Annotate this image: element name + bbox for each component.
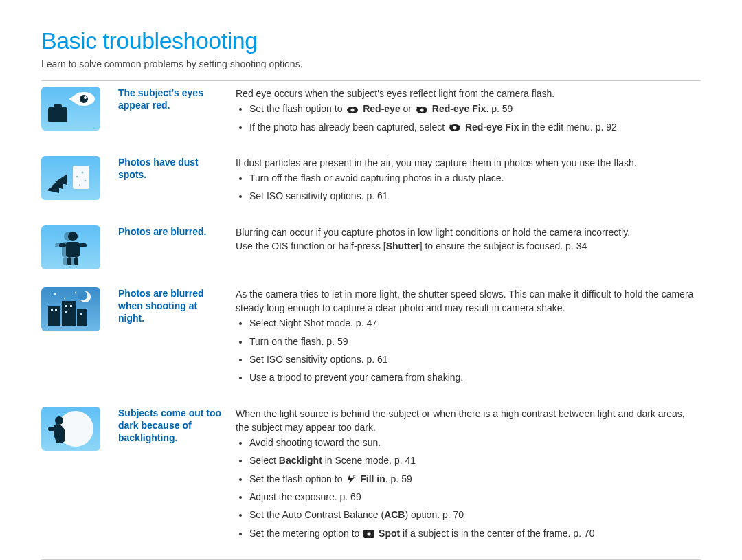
svg-rect-31	[74, 257, 78, 265]
svg-point-51	[368, 532, 371, 535]
svg-rect-27	[66, 242, 80, 257]
bullet: Set the flash option to Red-eye or Red-e…	[249, 102, 701, 115]
svg-rect-24	[63, 257, 67, 265]
svg-point-9	[420, 108, 423, 111]
bullet: Turn on the flash. p. 59	[249, 335, 701, 348]
svg-text:F: F	[353, 475, 356, 479]
svg-rect-37	[48, 306, 60, 326]
svg-point-36	[75, 292, 76, 293]
eye-fix-icon	[416, 106, 428, 114]
lead-text: Blurring can occur if you capture photos…	[236, 225, 701, 254]
svg-rect-15	[73, 166, 89, 189]
svg-point-5	[84, 96, 87, 99]
lead-text: Red eye occurs when the subject's eyes r…	[236, 87, 701, 100]
svg-rect-30	[67, 257, 71, 265]
table-row: The subject's eyes appear red. Red eye o…	[41, 81, 701, 150]
svg-point-11	[453, 126, 456, 129]
icon-dust	[41, 156, 100, 200]
svg-point-19	[79, 184, 80, 186]
bullet: Set the Auto Contrast Balance (ACB) opti…	[249, 508, 701, 522]
bullet: Set ISO sensitivity options. p. 61	[249, 352, 701, 366]
svg-rect-45	[80, 313, 82, 315]
bullet: Adjust the exposure. p. 69	[249, 490, 701, 504]
svg-rect-43	[70, 305, 72, 307]
troubleshooting-table: The subject's eyes appear red. Red eye o…	[41, 81, 701, 557]
topic-label: Photos are blurred.	[118, 220, 236, 282]
bullet: If the photo has already been captured, …	[249, 120, 701, 134]
svg-rect-40	[51, 309, 53, 311]
table-row: Photos are blurred when shooting at nigh…	[41, 282, 701, 401]
topic-label: Photos have dust spots.	[118, 150, 236, 220]
svg-point-17	[76, 176, 78, 177]
svg-rect-28	[59, 243, 66, 247]
svg-point-47	[55, 416, 63, 425]
icon-red-eye	[41, 87, 100, 131]
icon-backlight	[41, 407, 100, 451]
svg-point-18	[85, 180, 87, 182]
svg-point-34	[54, 293, 56, 295]
table-row: Photos are blurred. Blurring can occur i…	[41, 220, 701, 282]
bullet: Turn off the flash or avoid capturing ph…	[249, 171, 701, 185]
svg-rect-42	[65, 305, 67, 307]
svg-rect-0	[48, 107, 67, 122]
lead-text: If dust particles are present in the air…	[236, 156, 701, 170]
svg-rect-29	[80, 243, 87, 247]
table-row: Subjects come out too dark because of ba…	[41, 401, 701, 557]
page-title: Basic troubleshooting	[41, 27, 701, 54]
svg-rect-1	[54, 104, 62, 109]
svg-rect-48	[48, 427, 55, 431]
eye-fix-icon	[449, 124, 461, 132]
intro-text: Learn to solve common problems by settin…	[41, 58, 701, 69]
bullet: Select Night Shot mode. p. 47	[249, 316, 701, 330]
lead-text: As the camera tries to let in more light…	[236, 287, 701, 315]
bullet: Select Backlight in Scene mode. p. 41	[249, 453, 701, 467]
bullet: Set the flash option to F Fill in. p. 59	[249, 472, 701, 486]
eye-icon	[346, 106, 359, 114]
svg-rect-41	[55, 309, 57, 311]
svg-point-16	[82, 171, 84, 173]
bullet: Set ISO sensitivity options. p. 61	[249, 189, 701, 203]
icon-night	[41, 287, 100, 331]
topic-label: The subject's eyes appear red.	[118, 81, 236, 150]
svg-point-26	[68, 232, 78, 241]
svg-rect-44	[65, 311, 67, 313]
svg-point-33	[78, 291, 87, 300]
svg-point-35	[64, 298, 65, 299]
svg-point-4	[80, 95, 88, 103]
bullet: Avoid shooting toward the sun.	[249, 436, 701, 449]
bullet: Use a tripod to prevent your camera from…	[249, 370, 701, 384]
spot-icon	[363, 530, 374, 538]
svg-point-7	[351, 108, 355, 111]
topic-label: Subjects come out too dark because of ba…	[118, 401, 236, 557]
topic-label: Photos are blurred when shooting at nigh…	[118, 282, 236, 401]
fill-in-icon: F	[346, 475, 356, 484]
lead-text: When the light source is behind the subj…	[236, 407, 701, 435]
icon-blur	[41, 225, 100, 269]
table-row: Photos have dust spots. If dust particle…	[41, 150, 701, 220]
bullet: Set the metering option to Spot if a sub…	[249, 526, 701, 540]
svg-rect-39	[77, 309, 87, 326]
svg-rect-38	[62, 301, 76, 326]
